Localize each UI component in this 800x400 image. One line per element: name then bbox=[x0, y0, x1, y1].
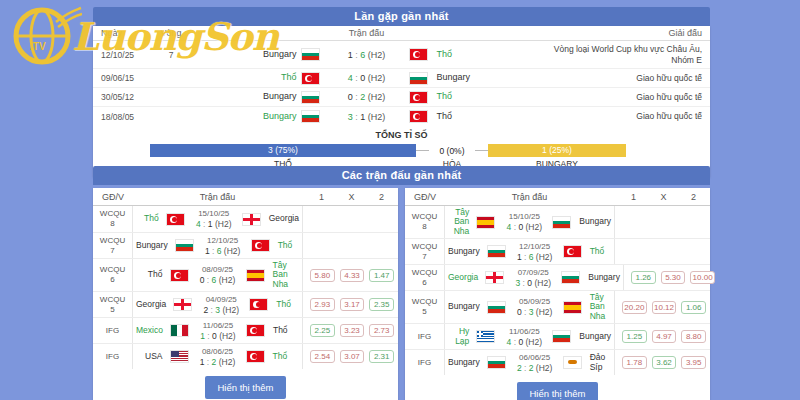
match-info: Georgia 04/09/25 2 : 3 (H2) Thổ bbox=[133, 292, 302, 317]
match-info: Bungary 06/06/25 2 : 2 (H2) Đảo Síp bbox=[445, 350, 614, 375]
column-header-match: Trận đấu bbox=[133, 192, 302, 202]
date-and-score: 05/09/25 0 : 3 (H2) bbox=[509, 297, 561, 317]
odds-column-headers: 1 X 2 bbox=[302, 192, 394, 202]
recent-match-row: WCQU6 Thổ 08/09/25 0 : 6 (H2) Tây Ban Nh… bbox=[93, 258, 398, 291]
score-distribution-bar: 3 (75%) 0 (0%) 1 (25%) bbox=[150, 144, 626, 157]
home-team-name: USA bbox=[136, 352, 168, 361]
match-info: Tây Ban Nha 15/10/25 4 : 0 (H2) Bungary bbox=[445, 206, 614, 238]
match-score: 3 : 1 (H2) bbox=[324, 112, 410, 122]
away-team-name: Georgia bbox=[264, 214, 299, 223]
match-score: 2 : 2 (H2) bbox=[509, 363, 561, 373]
match-date: 11/06/25 bbox=[192, 321, 244, 330]
recent-match-row: WCQU7 Bungary 12/10/25 1 : 6 (H2) Thổ bbox=[405, 238, 710, 264]
league-name: Giao hữu quốc tế bbox=[544, 92, 702, 103]
column-header-round: GĐ/V bbox=[405, 192, 445, 202]
usa-flag-icon bbox=[171, 351, 188, 362]
totals-title: TỔNG TỈ SỐ bbox=[93, 126, 710, 140]
home-team-name: Thổ bbox=[136, 214, 164, 223]
date-and-score: 11/06/25 4 : 0 (H2) bbox=[498, 327, 550, 347]
home-team-name: Hy Lạp bbox=[448, 327, 474, 346]
cyprus-flag-icon bbox=[564, 357, 581, 368]
match-info: Bungary 05/09/25 0 : 3 (H2) Tây Ban Nha bbox=[445, 291, 614, 323]
match-round: IFG bbox=[93, 344, 133, 369]
bulgaria-flag-icon bbox=[553, 331, 570, 342]
bar-connector bbox=[475, 150, 488, 151]
spain-flag-icon bbox=[247, 270, 264, 281]
draw-value: 0 (0%) bbox=[429, 146, 475, 156]
odds-value: 10.12 bbox=[652, 301, 677, 314]
recent-left-column-headers: GĐ/V Trận đấu 1 X 2 bbox=[93, 188, 398, 206]
match-score: 2 : 3 (H2) bbox=[195, 305, 247, 315]
match-info: Hy Lạp 11/06/25 4 : 0 (H2) Bungary bbox=[445, 324, 614, 349]
match-score: 1 : 6 (H2) bbox=[324, 50, 410, 60]
show-more-button[interactable]: Hiển thị thêm bbox=[205, 376, 287, 399]
odds-value: 4.33 bbox=[340, 269, 365, 282]
h2h-match-row: 30/05/12 Bungary 0 : 2 (H2) Thổ Giao hữu… bbox=[93, 88, 710, 107]
odds-value: 2.35 bbox=[369, 298, 394, 311]
column-header-match: Trận đấu bbox=[445, 192, 614, 202]
bulgaria-flag-icon bbox=[488, 302, 505, 313]
site-logo: .TV LuongSon bbox=[10, 6, 278, 66]
odds-value: 2.31 bbox=[369, 350, 394, 363]
home-team-name: Bungary bbox=[189, 92, 302, 102]
svg-text:.TV: .TV bbox=[30, 41, 46, 52]
turkey-flag-icon bbox=[167, 214, 184, 225]
match-date: 09/06/15 bbox=[101, 73, 153, 83]
match-info: Mexico 11/06/25 1 : 0 (H2) Thổ bbox=[133, 318, 302, 343]
date-and-score: 08/06/25 1 : 2 (H2) bbox=[192, 347, 244, 367]
turkey-flag-icon bbox=[302, 73, 319, 84]
league-name: Vòng loại World Cup khu vực Châu Âu, Nhó… bbox=[544, 44, 702, 65]
match-round: WCQU5 bbox=[93, 292, 133, 317]
away-team-name: Thổ bbox=[432, 92, 545, 102]
bulgaria-flag-icon bbox=[562, 272, 579, 283]
away-team-name: Đảo Síp bbox=[585, 353, 611, 372]
home-team-name: Thổ bbox=[136, 270, 168, 279]
bulgaria-flag-icon bbox=[176, 240, 193, 251]
recent-match-row: WCQU6 Georgia 07/09/25 3 : 0 (H2) Bungar… bbox=[405, 264, 710, 290]
match-date: 07/09/25 bbox=[507, 268, 559, 277]
h2h-match-row: 09/06/15 Thổ 4 : 0 (H2) Bungary Giao hữu… bbox=[93, 69, 710, 88]
match-info: Bungary 12/10/25 1 : 6 (H2) Thổ bbox=[445, 239, 614, 264]
odds-value: 1.06 bbox=[681, 301, 706, 314]
date-and-score: 12/10/25 1 : 6 (H2) bbox=[509, 242, 561, 262]
turkey-flag-icon bbox=[252, 240, 269, 251]
date-and-score: 08/09/25 0 : 6 (H2) bbox=[192, 265, 244, 285]
match-info: Georgia 07/09/25 3 : 0 (H2) Bungary bbox=[445, 265, 623, 290]
odds-value: 2.25 bbox=[310, 324, 335, 337]
recent-match-row: WCQU8 Tây Ban Nha 15/10/25 4 : 0 (H2) Bu… bbox=[405, 206, 710, 238]
column-header-league: Giải đấu bbox=[544, 28, 702, 38]
column-header-2: 2 bbox=[681, 192, 706, 202]
match-score: 1 : 2 (H2) bbox=[192, 357, 244, 367]
bulgaria-flag-icon bbox=[410, 73, 427, 84]
match-odds: 2.543.072.31 bbox=[302, 344, 394, 369]
home-team-name: Bungary bbox=[448, 247, 485, 256]
match-odds: 1.783.623.95 bbox=[614, 350, 706, 375]
odds-value: 2.54 bbox=[310, 350, 335, 363]
date-and-score: 12/10/25 1 : 6 (H2) bbox=[197, 236, 249, 256]
greece-flag-icon bbox=[477, 331, 494, 342]
match-score: 0 : 6 (H2) bbox=[192, 275, 244, 285]
match-info: Thổ 15/10/25 4 : 1 (H2) Georgia bbox=[133, 206, 302, 232]
date-and-score: 06/06/25 2 : 2 (H2) bbox=[509, 353, 561, 373]
betting-stats-page: .TV LuongSon Lần gặp gần nhất Ngày Vòng … bbox=[0, 0, 800, 400]
odds-value: 3.17 bbox=[340, 298, 365, 311]
recent-match-row: WCQU7 Bungary 12/10/25 1 : 6 (H2) Thổ bbox=[93, 232, 398, 258]
match-odds bbox=[614, 239, 706, 264]
recent-right-column-headers: GĐ/V Trận đấu 1 X 2 bbox=[405, 188, 710, 206]
home-wins-value: 3 (75%) bbox=[268, 145, 298, 155]
match-score: 4 : 1 (H2) bbox=[188, 219, 240, 229]
recent-match-row: IFG Mexico 11/06/25 1 : 0 (H2) Thổ 2.253… bbox=[93, 317, 398, 343]
match-odds: 1.265.3010.00 bbox=[623, 265, 715, 290]
date-and-score: 15/10/25 4 : 1 (H2) bbox=[188, 209, 240, 229]
turkey-flag-icon bbox=[410, 49, 427, 60]
match-score: 4 : 0 (H2) bbox=[498, 337, 550, 347]
recent-match-row: IFG Hy Lạp 11/06/25 4 : 0 (H2) Bungary 1… bbox=[405, 323, 710, 349]
show-more-button[interactable]: Hiển thị thêm bbox=[517, 382, 599, 400]
bulgaria-flag-icon bbox=[302, 111, 319, 122]
odds-column-headers: 1 X 2 bbox=[614, 192, 706, 202]
odds-value: 2.93 bbox=[310, 298, 335, 311]
match-round: WCQU6 bbox=[93, 259, 133, 291]
georgia-flag-icon bbox=[486, 272, 503, 283]
turkey-flag-icon bbox=[410, 111, 427, 122]
home-team-name: Bungary bbox=[189, 112, 302, 122]
